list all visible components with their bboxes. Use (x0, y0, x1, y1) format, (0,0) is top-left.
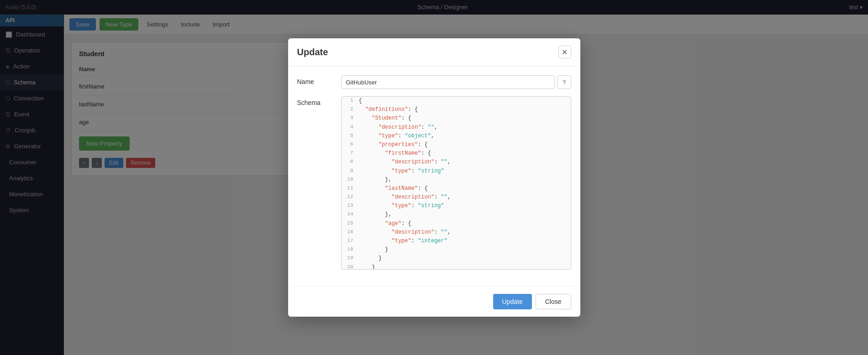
help-button[interactable]: ? (558, 75, 571, 89)
code-line: 20 } (342, 263, 571, 270)
line-number: 5 (342, 132, 359, 141)
line-number: 13 (342, 202, 359, 210)
line-content: "type": "integer" (359, 237, 447, 245)
schema-label: Schema (297, 96, 334, 106)
code-line: 5 "type": "object", (342, 132, 571, 141)
update-modal: Update ✕ Name ? Schema 1{2 "definitions"… (288, 38, 580, 317)
code-line: 16 "description": "", (342, 228, 571, 237)
line-number: 2 (342, 105, 359, 114)
line-number: 17 (342, 237, 359, 245)
code-line: 2 "definitions": { (342, 105, 571, 114)
modal-footer: Update Close (288, 286, 580, 317)
name-label: Name (297, 75, 334, 85)
modal-overlay: Update ✕ Name ? Schema 1{2 "definitions"… (0, 0, 868, 355)
code-line: 3 "Student": { (342, 114, 571, 123)
line-content: } (359, 254, 382, 263)
line-content: }, (359, 176, 392, 184)
schema-field-row: Schema 1{2 "definitions": {3 "Student": … (297, 96, 571, 270)
line-number: 15 (342, 219, 359, 228)
line-number: 16 (342, 228, 359, 237)
code-line: 7 "firstName": { (342, 149, 571, 158)
line-number: 19 (342, 254, 359, 263)
code-line: 15 "age": { (342, 219, 571, 228)
line-number: 11 (342, 184, 359, 193)
code-line: 8 "description": "", (342, 158, 571, 167)
line-content: "description": "", (359, 193, 451, 202)
line-number: 12 (342, 193, 359, 202)
name-input-wrapper: ? (341, 75, 571, 89)
line-number: 4 (342, 123, 359, 132)
line-number: 20 (342, 263, 359, 270)
code-line: 17 "type": "integer" (342, 237, 571, 245)
line-number: 8 (342, 158, 359, 167)
code-line: 1{ (342, 97, 571, 105)
close-modal-button[interactable]: Close (536, 294, 571, 309)
line-content: "description": "", (359, 228, 451, 237)
line-content: "age": { (359, 219, 411, 228)
line-number: 18 (342, 245, 359, 254)
code-line: 4 "description": "", (342, 123, 571, 132)
line-content: "type": "string" (359, 167, 444, 176)
code-line: 9 "type": "string" (342, 167, 571, 176)
code-line: 11 "lastName": { (342, 184, 571, 193)
name-field-row: Name ? (297, 75, 571, 89)
line-content: }, (359, 210, 392, 219)
code-line: 14 }, (342, 210, 571, 219)
line-number: 7 (342, 149, 359, 158)
code-line: 12 "description": "", (342, 193, 571, 202)
line-content: "definitions": { (359, 105, 418, 114)
line-number: 1 (342, 97, 359, 105)
line-number: 14 (342, 210, 359, 219)
modal-header: Update ✕ (288, 38, 580, 66)
code-line: 13 "type": "string" (342, 202, 571, 210)
line-content: { (359, 97, 362, 105)
code-line: 6 "properties": { (342, 141, 571, 149)
line-number: 10 (342, 176, 359, 184)
line-content: "firstName": { (359, 149, 431, 158)
line-number: 9 (342, 167, 359, 176)
line-content: } (359, 263, 375, 270)
code-editor[interactable]: 1{2 "definitions": {3 "Student": {4 "des… (341, 96, 571, 270)
line-content: } (359, 245, 389, 254)
code-editor-wrapper: 1{2 "definitions": {3 "Student": {4 "des… (341, 96, 571, 270)
line-content: "type": "object", (359, 132, 435, 141)
modal-title: Update (297, 47, 328, 57)
modal-body: Name ? Schema 1{2 "definitions": {3 "Stu… (288, 66, 580, 286)
line-content: "description": "", (359, 158, 451, 167)
line-content: "properties": { (359, 141, 428, 149)
update-button[interactable]: Update (493, 294, 532, 309)
line-content: "Student": { (359, 114, 411, 123)
name-input[interactable] (341, 75, 555, 89)
line-content: "description": "", (359, 123, 438, 132)
code-line: 10 }, (342, 176, 571, 184)
code-line: 19 } (342, 254, 571, 263)
line-number: 3 (342, 114, 359, 123)
line-content: "lastName": { (359, 184, 428, 193)
line-content: "type": "string" (359, 202, 444, 210)
modal-close-icon-button[interactable]: ✕ (558, 46, 571, 58)
code-line: 18 } (342, 245, 571, 254)
line-number: 6 (342, 141, 359, 149)
